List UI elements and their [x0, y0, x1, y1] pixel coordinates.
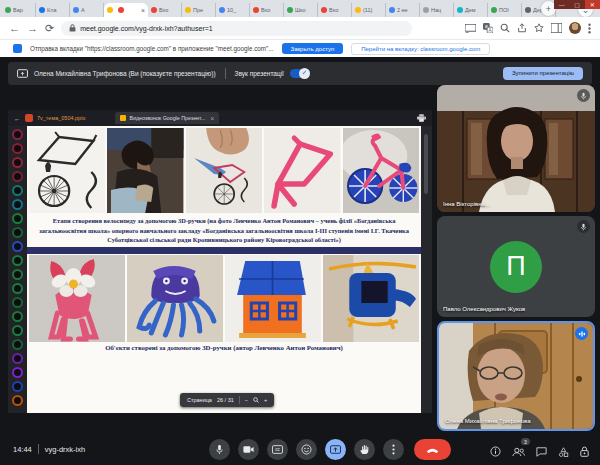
- slide-thumbnail[interactable]: [12, 269, 23, 280]
- ppt-tab-title: Видеозвонок Google Презент...: [129, 115, 205, 121]
- participant-tile-pavlo[interactable]: П Павло Олександрович Жуков: [437, 216, 595, 317]
- share-icon[interactable]: [517, 23, 527, 33]
- camera-button[interactable]: [238, 439, 259, 460]
- magnifier-icon[interactable]: [253, 397, 259, 403]
- people-panel-button[interactable]: 3: [512, 443, 525, 461]
- minimize-button[interactable]: —: [554, 0, 569, 9]
- browser-tab[interactable]: Дем: [454, 3, 488, 17]
- tab-favicon: [107, 7, 113, 13]
- browser-tab[interactable]: ПОІ: [488, 3, 522, 17]
- goto-tab-button[interactable]: Перейти на вкладку: classroom.google.com: [351, 43, 490, 55]
- ppt-body: Етапи створення велосипеду за допомогою …: [8, 126, 432, 413]
- slide-thumbnail[interactable]: [12, 143, 23, 154]
- meet-main: Олена Михайлівна Трифонова (Ви (показуєт…: [0, 57, 600, 465]
- slide-thumbnail[interactable]: [12, 395, 23, 406]
- presentation-sound-toggle[interactable]: [290, 69, 310, 78]
- host-controls-button[interactable]: [580, 443, 589, 461]
- browser-tab[interactable]: Вхо: [148, 3, 182, 17]
- tab-share-icon: [13, 44, 22, 53]
- tab-favicon: [525, 7, 531, 13]
- url-text: meet.google.com/vyg-drxk-ixh?authuser=1: [80, 25, 212, 32]
- tab-label: 10_: [227, 7, 236, 13]
- browser-tab[interactable]: [104, 3, 148, 17]
- profile-avatar[interactable]: [569, 22, 581, 34]
- divider: [225, 68, 226, 79]
- back-icon[interactable]: ←: [9, 23, 20, 34]
- tab-label: Нац: [431, 7, 441, 13]
- captions-button[interactable]: cc: [267, 439, 288, 460]
- stop-sharing-access-button[interactable]: Закрыть доступ: [282, 43, 344, 54]
- zoom-icon[interactable]: [500, 23, 510, 33]
- browser-tab[interactable]: А: [70, 3, 104, 17]
- side-panel-icon[interactable]: [551, 23, 562, 33]
- cast-icon[interactable]: [465, 24, 476, 33]
- slide-thumbnail[interactable]: [12, 199, 23, 210]
- meeting-details-button[interactable]: [490, 443, 501, 461]
- slide-thumbnail[interactable]: [12, 241, 23, 252]
- close-button[interactable]: ✕: [585, 0, 600, 9]
- browser-tab[interactable]: 10_: [216, 3, 250, 17]
- browser-tab[interactable]: Вхо: [250, 3, 284, 17]
- activities-button[interactable]: [558, 443, 569, 461]
- reactions-button[interactable]: [296, 439, 317, 460]
- slide-thumbnail[interactable]: [12, 157, 23, 168]
- tab-label: 2 не: [397, 7, 408, 13]
- slide-thumbnail[interactable]: [12, 213, 23, 224]
- browser-tab[interactable]: Пре: [182, 3, 216, 17]
- slide-thumbnail[interactable]: [12, 297, 23, 308]
- browser-menu-icon[interactable]: [588, 23, 591, 34]
- more-options-button[interactable]: [383, 439, 404, 460]
- ppt-scrollbar[interactable]: [421, 126, 432, 413]
- translate-icon[interactable]: аA: [483, 23, 493, 33]
- meeting-code: vyg-drxk-ixh: [45, 445, 85, 454]
- slide-thumbnail[interactable]: [12, 129, 23, 140]
- participant-video: [439, 323, 593, 429]
- reload-icon[interactable]: ⟳: [45, 23, 54, 34]
- maximize-button[interactable]: ▢: [569, 0, 584, 9]
- slide-thumbnail[interactable]: [12, 227, 23, 238]
- back-arrow-icon[interactable]: ←: [14, 115, 21, 122]
- slide-thumbnail[interactable]: [12, 185, 23, 196]
- slide-thumbnail[interactable]: [12, 367, 23, 378]
- browser-tab[interactable]: Вхо: [318, 3, 352, 17]
- browser-tab[interactable]: (11): [352, 3, 386, 17]
- slide-thumbnail[interactable]: [12, 311, 23, 322]
- browser-tab[interactable]: Вар: [2, 3, 36, 17]
- participant-tile-inna[interactable]: Інна Вікторівна...: [437, 85, 595, 212]
- bookmark-star-icon[interactable]: [534, 23, 544, 33]
- notification-text: Отправка вкладки "https://classroom.goog…: [30, 45, 274, 52]
- tab-label: (11): [363, 7, 372, 13]
- zoom-out-icon[interactable]: −: [245, 397, 248, 403]
- chat-panel-button[interactable]: [536, 443, 547, 461]
- present-screen-button[interactable]: [325, 439, 346, 460]
- divider: [38, 444, 39, 454]
- ppt-window-tab[interactable]: Видеозвонок Google Презент... ×: [115, 112, 219, 124]
- mic-button[interactable]: [209, 439, 230, 460]
- slide-thumbnail[interactable]: [12, 283, 23, 294]
- browser-tab[interactable]: 2 не: [386, 3, 420, 17]
- slide-thumbnail[interactable]: [12, 339, 23, 350]
- raise-hand-button[interactable]: [354, 439, 375, 460]
- stop-presentation-button[interactable]: Зупинити презентацію: [503, 67, 583, 81]
- printer-icon[interactable]: [417, 114, 426, 122]
- slide-thumbnail[interactable]: [12, 353, 23, 364]
- forward-icon[interactable]: →: [27, 23, 38, 34]
- browser-tab[interactable]: Кла: [36, 3, 70, 17]
- toolbar-icons: аA: [465, 22, 591, 34]
- participant-tile-olena[interactable]: Олена Михайлівна Трифонова: [437, 321, 595, 431]
- slide-thumbnail[interactable]: [12, 325, 23, 336]
- slide-thumbnail[interactable]: [12, 171, 23, 182]
- address-bar[interactable]: meet.google.com/vyg-drxk-ixh?authuser=1: [61, 21, 412, 36]
- zoom-in-icon[interactable]: +: [264, 397, 267, 403]
- tab-close-icon[interactable]: ×: [210, 115, 214, 122]
- meeting-info: 14:44 vyg-drxk-ixh: [13, 444, 85, 454]
- slide-thumbnail[interactable]: [12, 255, 23, 266]
- browser-tab[interactable]: Шко: [284, 3, 318, 17]
- tab-label: ПОІ: [499, 7, 509, 13]
- slide-thumbnail[interactable]: [12, 381, 23, 392]
- slide-caption: Об'єкти створені за допомогою 3D-ручки (…: [27, 342, 421, 353]
- end-call-button[interactable]: [414, 439, 451, 460]
- present-to-all-icon: [17, 69, 28, 78]
- browser-tab[interactable]: Нац: [420, 3, 454, 17]
- photo-row-bottom: [27, 254, 421, 342]
